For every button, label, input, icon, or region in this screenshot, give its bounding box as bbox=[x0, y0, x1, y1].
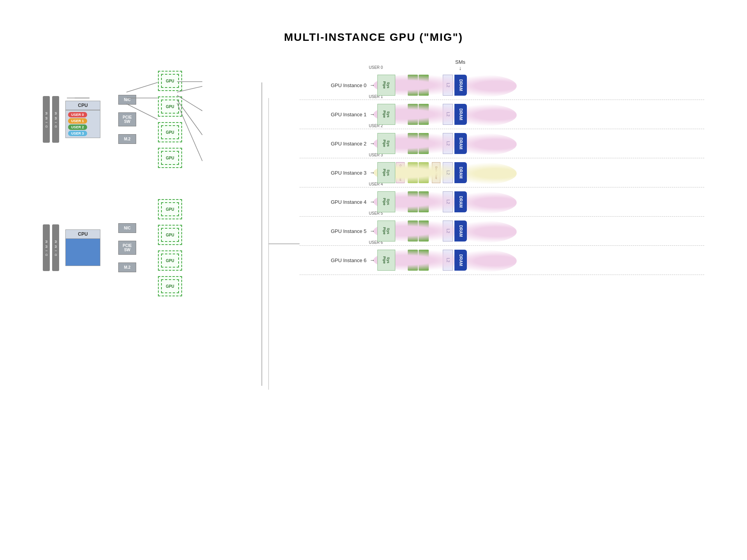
l2-3: L2 bbox=[443, 162, 453, 183]
instance-row-3: USER 3 GPU Instance 3 → SysPipe Control … bbox=[300, 158, 704, 187]
l2-4: L2 bbox=[443, 191, 453, 212]
instance-row-2: USER 2 GPU Instance 2 → SysPipe bbox=[300, 129, 704, 158]
sms-label-container: SMs ↓ bbox=[455, 59, 465, 71]
l2-6: L2 bbox=[443, 250, 453, 271]
arrow-5: → bbox=[370, 228, 375, 234]
sm-grid-0 bbox=[407, 74, 430, 96]
sm-grid-1 bbox=[407, 103, 430, 126]
instance-label-5: GPU Instance 5 bbox=[300, 228, 370, 234]
arrow-1: → bbox=[370, 111, 375, 117]
sys-pipe-1: SysPipe bbox=[377, 104, 395, 125]
bottom-system: D I M M D I M M CPU NIC bbox=[43, 199, 268, 296]
page-wrapper: MULTI-INSTANCE GPU ("MIG") bbox=[0, 0, 747, 560]
top-dimm2: D I M M bbox=[52, 96, 59, 143]
arrow-3: → bbox=[370, 170, 375, 176]
data-xbar: Data Xbar bbox=[432, 162, 440, 183]
user1-pill: USER 1 bbox=[68, 118, 87, 124]
instances-container: USER 0 GPU Instance 0 → SysPipe bbox=[300, 71, 704, 275]
sm-grid-4 bbox=[407, 191, 430, 213]
middle-svg bbox=[268, 59, 300, 429]
dram-5: DRAM bbox=[454, 220, 467, 242]
top-nic: NIC bbox=[118, 95, 136, 105]
instance-label-4: GPU Instance 4 bbox=[300, 199, 370, 205]
bot-dimm1: D I M M bbox=[43, 224, 50, 271]
sys-pipe-6: SysPipe bbox=[377, 250, 395, 271]
top-gpu3: GPU bbox=[158, 148, 182, 168]
dram-3: DRAM bbox=[454, 162, 467, 183]
bot-gpu1: GPU bbox=[158, 225, 182, 245]
arrow-4: → bbox=[370, 199, 375, 205]
user0-pill: USER 0 bbox=[68, 112, 87, 117]
arrow-0: → bbox=[370, 82, 375, 88]
bot-gpu0: GPU bbox=[158, 199, 182, 219]
l2-0: L2 bbox=[443, 75, 453, 96]
ctrl-xbar: Control Xbar bbox=[396, 162, 405, 183]
top-gpu2: GPU bbox=[158, 122, 182, 142]
sm-grid-3 bbox=[407, 161, 430, 184]
right-architecture: SMs ↓ USER 0 GPU Instance 0 → SysPipe bbox=[300, 59, 704, 430]
instance-row-5: USER 5 GPU Instance 5 → SysPipe bbox=[300, 217, 704, 246]
arrow-2: → bbox=[370, 140, 375, 147]
dimm1-label: D I M M bbox=[45, 111, 48, 128]
instance-label-1: GPU Instance 1 bbox=[300, 112, 370, 117]
bot-cpu-label: CPU bbox=[78, 231, 88, 237]
sm-grid-6 bbox=[407, 249, 430, 271]
user2-pill: USER 2 bbox=[68, 124, 87, 130]
sys-pipe-3: SysPipe bbox=[377, 162, 395, 183]
page-title: MULTI-INSTANCE GPU ("MIG") bbox=[0, 0, 747, 59]
sys-pipe-5: SysPipe bbox=[377, 220, 395, 242]
left-systems: D I M M D I M M CPU USER 0 U bbox=[43, 59, 268, 430]
sm-grid-2 bbox=[407, 132, 430, 155]
dram-4: DRAM bbox=[454, 191, 467, 212]
top-cpu-label: CPU bbox=[78, 103, 88, 108]
instance-label-0: GPU Instance 0 bbox=[300, 82, 370, 88]
top-dimm1: D I M M bbox=[43, 96, 50, 143]
instance-label-2: GPU Instance 2 bbox=[300, 141, 370, 147]
bot-cpu-box: CPU bbox=[65, 229, 100, 266]
top-pcie-sw: PCIESW bbox=[118, 112, 136, 126]
user3-pill: USER 3 bbox=[68, 131, 87, 136]
l2-5: L2 bbox=[443, 220, 453, 242]
sys-pipe-2: SysPipe bbox=[377, 133, 395, 154]
dram-6: DRAM bbox=[454, 250, 467, 271]
instance-row-0: USER 0 GPU Instance 0 → SysPipe bbox=[300, 71, 704, 100]
bot-pcie-sw: PCIESW bbox=[118, 241, 136, 255]
sys-pipe-4: SysPipe bbox=[377, 191, 395, 212]
arrow-6: → bbox=[370, 257, 375, 263]
dram-1: DRAM bbox=[454, 104, 467, 125]
sm-grid-5 bbox=[407, 220, 430, 242]
bot-m2: M.2 bbox=[118, 262, 136, 272]
sys-pipe-0: SysPipe bbox=[377, 75, 395, 96]
bot-nic: NIC bbox=[118, 223, 136, 233]
l2-1: L2 bbox=[443, 104, 453, 125]
bot-gpu2: GPU bbox=[158, 250, 182, 271]
dram-0: DRAM bbox=[454, 75, 467, 96]
instance-row-1: USER 1 GPU Instance 1 → SysPipe bbox=[300, 100, 704, 129]
top-cpu-box: CPU USER 0 USER 1 USER 2 USER 3 bbox=[65, 101, 100, 138]
top-gpu0: GPU bbox=[158, 71, 182, 91]
top-system: D I M M D I M M CPU USER 0 U bbox=[43, 71, 268, 168]
top-m2: M.2 bbox=[118, 134, 136, 144]
bot-dimm2: D I M M bbox=[52, 224, 59, 271]
sms-label: SMs bbox=[455, 59, 465, 65]
middle-connector bbox=[268, 59, 300, 430]
top-gpu1: GPU bbox=[158, 96, 182, 117]
dram-2: DRAM bbox=[454, 133, 467, 154]
l2-2: L2 bbox=[443, 133, 453, 154]
diagram-area: D I M M D I M M CPU USER 0 U bbox=[43, 59, 704, 430]
instance-row-4: USER 4 GPU Instance 4 → SysPipe bbox=[300, 187, 704, 217]
instance-label-3: GPU Instance 3 bbox=[300, 170, 370, 176]
sms-arrow-icon: ↓ bbox=[459, 65, 462, 71]
bot-gpu3: GPU bbox=[158, 276, 182, 296]
instance-row-6: USER 6 GPU Instance 6 → SysPipe bbox=[300, 246, 704, 275]
dimm2-label: D I M M bbox=[54, 111, 58, 128]
instance-label-6: GPU Instance 6 bbox=[300, 257, 370, 263]
